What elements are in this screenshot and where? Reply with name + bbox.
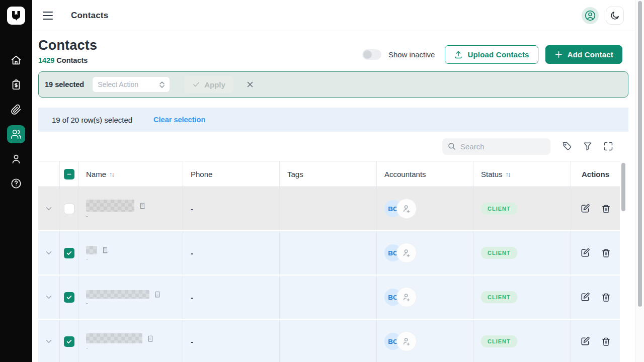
column-header-actions: Actions — [571, 161, 620, 187]
delete-contact-button[interactable] — [601, 337, 611, 346]
row-checkbox[interactable] — [64, 204, 74, 214]
add-contact-button[interactable]: Add Contact — [545, 45, 622, 64]
bulk-action-bar: 19 selected Select Action Apply — [38, 71, 628, 98]
help-icon — [11, 178, 22, 189]
filter-button[interactable] — [583, 141, 593, 151]
trash-icon — [601, 293, 611, 302]
row-checkbox[interactable] — [64, 248, 74, 258]
contacts-count-label: Contacts — [56, 56, 88, 64]
edit-contact-button[interactable] — [580, 336, 590, 346]
sidebar-item-help[interactable] — [7, 174, 25, 193]
users-icon — [11, 129, 22, 140]
home-icon — [11, 55, 22, 66]
tag-icon — [562, 141, 572, 151]
topbar: Contacts — [32, 0, 644, 31]
contact-subtext: - — [86, 214, 146, 218]
edit-icon — [580, 292, 590, 302]
contact-subtext: - — [86, 256, 109, 260]
row-expand-chevron-icon[interactable] — [44, 337, 53, 346]
upload-icon — [454, 50, 463, 59]
status-badge: CLIENT — [481, 335, 517, 347]
row-expand-chevron-icon[interactable] — [44, 204, 53, 213]
sidebar-item-contacts[interactable] — [7, 125, 25, 143]
add-accountant-button[interactable] — [396, 331, 417, 351]
person-plus-icon — [401, 336, 412, 346]
redacted-contact-name — [86, 290, 149, 299]
add-accountant-button[interactable] — [396, 243, 417, 263]
page-scrollbar[interactable] — [635, 0, 644, 362]
rows-selected-text: 19 of 20 row(s) selected — [52, 116, 132, 124]
moon-icon — [610, 11, 620, 21]
status-badge: CLIENT — [481, 291, 517, 303]
delete-contact-button[interactable] — [601, 293, 611, 302]
minus-icon — [66, 171, 72, 177]
edit-contact-button[interactable] — [580, 204, 590, 214]
delete-contact-button[interactable] — [601, 248, 611, 258]
edit-contact-button[interactable] — [580, 292, 590, 302]
contact-subtext: - — [86, 301, 161, 305]
select-all-checkbox[interactable] — [64, 169, 74, 179]
upload-contacts-button[interactable]: Upload Contacts — [445, 45, 538, 64]
tags-cell — [280, 276, 377, 319]
edit-icon — [580, 204, 590, 214]
row-checkbox[interactable] — [64, 336, 74, 347]
sidebar — [0, 0, 32, 362]
sidebar-item-billing[interactable] — [7, 76, 25, 94]
row-checkbox[interactable] — [64, 292, 74, 303]
apply-button[interactable]: Apply — [184, 76, 233, 93]
clear-bulk-selection-button[interactable] — [246, 80, 255, 89]
row-expand-chevron-icon[interactable] — [44, 293, 53, 302]
column-header-name[interactable]: Name ↑↓ — [78, 161, 183, 187]
table-row: - - BC CLIENT — [38, 276, 620, 320]
page-scrollbar-thumb[interactable] — [638, 1, 642, 307]
tags-cell — [280, 187, 377, 230]
person-icon — [11, 153, 22, 164]
fullscreen-button[interactable] — [603, 141, 613, 151]
person-plus-icon — [401, 248, 412, 258]
bulk-action-select[interactable]: Select Action — [92, 76, 170, 93]
redacted-contact-name — [86, 333, 142, 343]
sidebar-item-documents[interactable] — [7, 101, 25, 119]
column-header-status[interactable]: Status ↑↓ — [473, 161, 571, 187]
person-plus-icon — [401, 204, 412, 214]
add-accountant-button[interactable] — [396, 287, 417, 307]
contacts-count-number: 1429 — [38, 56, 54, 64]
invoice-icon — [11, 79, 22, 90]
page-title: Contacts — [38, 38, 97, 53]
table-scrollbar-thumb[interactable] — [621, 163, 625, 211]
row-expand-chevron-icon[interactable] — [44, 248, 53, 257]
show-inactive-toggle[interactable] — [362, 49, 381, 60]
sidebar-item-profile[interactable] — [7, 150, 25, 168]
person-plus-icon — [401, 292, 412, 302]
trash-icon — [601, 248, 611, 258]
expand-column-header — [38, 161, 60, 187]
tags-filter-button[interactable] — [562, 141, 572, 151]
menu-toggle-button[interactable] — [43, 10, 55, 22]
search-input[interactable] — [460, 142, 536, 151]
column-header-tags: Tags — [280, 161, 377, 187]
funnel-icon — [583, 141, 593, 151]
column-header-accountants: Accountants — [377, 161, 473, 187]
bulk-action-placeholder: Select Action — [98, 80, 138, 88]
sidebar-item-home[interactable] — [7, 51, 25, 69]
logo-glyph — [10, 10, 22, 22]
delete-contact-button[interactable] — [601, 204, 611, 214]
phone-value: - — [191, 337, 193, 346]
selected-count: 19 selected — [45, 80, 84, 88]
table-header-row: Name ↑↓ Phone Tags Accountants Status ↑↓… — [38, 161, 620, 187]
clear-selection-link[interactable]: Clear selection — [153, 116, 205, 124]
table-row: - - BC CLIENT — [38, 320, 620, 362]
trash-icon — [601, 204, 611, 214]
edit-contact-button[interactable] — [580, 248, 590, 258]
app-logo[interactable] — [7, 7, 25, 25]
edit-icon — [580, 248, 590, 258]
search-input-wrapper — [442, 138, 550, 155]
user-avatar-button[interactable] — [582, 7, 599, 24]
table-row: - - BC CLIENT — [38, 187, 620, 231]
paperclip-icon — [11, 104, 22, 115]
dark-mode-toggle-button[interactable] — [606, 7, 624, 25]
close-icon — [246, 80, 255, 89]
add-accountant-button[interactable] — [396, 199, 417, 219]
check-icon — [66, 294, 72, 301]
apply-label: Apply — [204, 80, 225, 89]
